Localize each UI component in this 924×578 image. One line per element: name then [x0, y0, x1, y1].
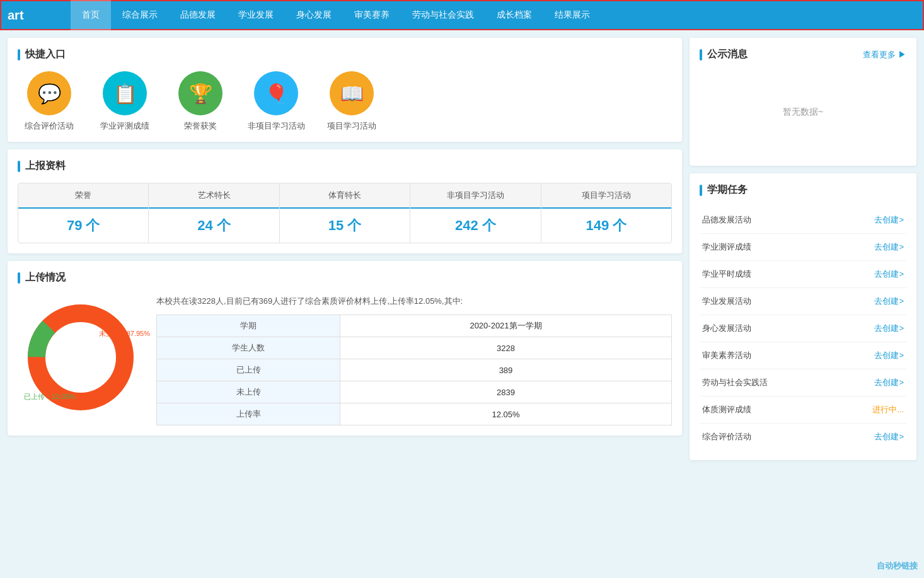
notice-more-link[interactable]: 查看更多 ▶: [863, 49, 906, 61]
report-cell: 非项目学习活动242 个: [410, 183, 541, 243]
icon-circle: 📋: [103, 71, 147, 115]
report-cell-value: 242 个: [410, 209, 540, 243]
report-cell: 荣誉79 个: [18, 183, 149, 243]
upload-table-label: 未上传: [157, 381, 340, 403]
quick-icon-label: 非项目学习活动: [248, 120, 305, 132]
upload-table-value: 389: [340, 359, 672, 381]
report-cell-value: 24 个: [149, 209, 279, 243]
nav-item-审美赛养[interactable]: 审美赛养: [343, 0, 401, 30]
notice-card: 公示消息 查看更多 ▶ 暂无数据~: [690, 38, 916, 166]
quick-icon-非项目学习活动[interactable]: 🎈非项目学习活动: [245, 71, 308, 132]
nav-item-综合展示[interactable]: 综合展示: [111, 0, 169, 30]
donut-chart: 已上传：12.05% 未上传：87.95%: [18, 294, 144, 420]
left-column: 快捷入口 💬综合评价活动📋学业评测成绩🏆荣誉获奖🎈非项目学习活动📖项目学习活动 …: [8, 38, 682, 460]
quick-icon-label: 学业评测成绩: [100, 120, 149, 132]
nav-item-首页[interactable]: 首页: [71, 0, 111, 30]
upload-table-row: 已上传389: [157, 359, 672, 381]
task-label: 体质测评成绩: [702, 404, 751, 415]
upload-table: 学期2020-2021第一学期学生人数3228已上传389未上传2839上传率1…: [156, 315, 672, 425]
quick-icons-list: 💬综合评价活动📋学业评测成绩🏆荣誉获奖🎈非项目学习活动📖项目学习活动: [18, 71, 672, 132]
report-cell: 项目学习活动149 个: [541, 183, 671, 243]
task-action[interactable]: 进行中...: [872, 404, 904, 415]
icon-circle: 💬: [27, 71, 71, 115]
task-item: 劳动与社会实践活去创建>: [700, 369, 906, 396]
task-item: 审美素养活动去创建>: [700, 342, 906, 369]
nav-item-品德发展[interactable]: 品德发展: [169, 0, 227, 30]
task-action[interactable]: 去创建>: [874, 431, 904, 442]
quick-icon-项目学习活动[interactable]: 📖项目学习活动: [320, 71, 383, 132]
report-cell-header: 项目学习活动: [541, 183, 671, 209]
upload-desc: 本校共在读3228人,目前已有369人进行了综合素质评价材料上传,上传率12.0…: [156, 294, 672, 308]
task-action[interactable]: 去创建>: [874, 241, 904, 253]
upload-table-value: 2839: [340, 381, 672, 403]
quick-icon-学业评测成绩[interactable]: 📋学业评测成绩: [93, 71, 156, 132]
task-label: 学业发展活动: [702, 296, 751, 307]
main-content: 快捷入口 💬综合评价活动📋学业评测成绩🏆荣誉获奖🎈非项目学习活动📖项目学习活动 …: [0, 30, 924, 468]
report-card: 上报资料 荣誉79 个艺术特长24 个体育特长15 个非项目学习活动242 个项…: [8, 149, 682, 253]
nav-item-学业发展[interactable]: 学业发展: [227, 0, 285, 30]
upload-title: 上传情况: [18, 271, 672, 284]
report-cell: 艺术特长24 个: [149, 183, 279, 243]
report-grid: 荣誉79 个艺术特长24 个体育特长15 个非项目学习活动242 个项目学习活动…: [18, 183, 672, 243]
task-label: 审美素养活动: [702, 350, 751, 361]
upload-table-label: 上传率: [157, 403, 340, 425]
quick-access-title: 快捷入口: [18, 48, 672, 61]
task-label: 劳动与社会实践活: [702, 377, 768, 388]
task-item: 综合评价活动去创建>: [700, 424, 906, 450]
task-action[interactable]: 去创建>: [874, 269, 904, 280]
report-title: 上报资料: [18, 159, 672, 173]
icon-circle: 🎈: [254, 71, 298, 115]
task-action[interactable]: 去创建>: [874, 323, 904, 334]
donut-not-uploaded-label: 未上传：87.95%: [99, 329, 150, 338]
upload-table-row: 未上传2839: [157, 381, 672, 403]
report-cell-header: 荣誉: [18, 183, 148, 209]
upload-card: 上传情况 已上传：12.05% 未上传：87.95% 本校共在读3228: [8, 261, 682, 436]
quick-icon-label: 综合评价活动: [25, 120, 74, 132]
icon-circle: 📖: [330, 71, 374, 115]
report-cell-header: 艺术特长: [149, 183, 279, 209]
upload-table-value: 12.05%: [340, 403, 672, 425]
nav-item-劳动与社会实践[interactable]: 劳动与社会实践: [401, 0, 485, 30]
task-item: 体质测评成绩进行中...: [700, 396, 906, 424]
upload-table-row: 学生人数3228: [157, 337, 672, 359]
nav-items: 首页综合展示品德发展学业发展身心发展审美赛养劳动与社会实践成长档案结果展示: [71, 0, 601, 30]
notice-empty: 暂无数据~: [700, 69, 906, 156]
nav-item-身心发展[interactable]: 身心发展: [285, 0, 343, 30]
quick-icon-label: 项目学习活动: [327, 120, 376, 132]
upload-table-label: 学期: [157, 315, 340, 337]
upload-right-content: 本校共在读3228人,目前已有369人进行了综合素质评价材料上传,上传率12.0…: [156, 294, 672, 425]
task-action[interactable]: 去创建>: [874, 214, 904, 226]
report-cell-value: 149 个: [541, 209, 671, 243]
notice-header: 公示消息 查看更多 ▶: [700, 48, 906, 61]
task-item: 学业平时成绩去创建>: [700, 261, 906, 288]
upload-table-label: 学生人数: [157, 337, 340, 359]
quick-icon-综合评价活动[interactable]: 💬综合评价活动: [18, 71, 81, 132]
task-label: 品德发展活动: [702, 214, 751, 226]
task-list: 品德发展活动去创建>学业测评成绩去创建>学业平时成绩去创建>学业发展活动去创建>…: [700, 207, 906, 450]
task-item: 学业发展活动去创建>: [700, 288, 906, 315]
svg-point-0: [37, 313, 125, 402]
navigation-bar: art 首页综合展示品德发展学业发展身心发展审美赛养劳动与社会实践成长档案结果展…: [0, 0, 924, 30]
report-cell-value: 15 个: [280, 209, 410, 243]
upload-section: 已上传：12.05% 未上传：87.95% 本校共在读3228人,目前已有369…: [18, 294, 672, 425]
task-label: 学业测评成绩: [702, 241, 751, 253]
report-cell-value: 79 个: [18, 209, 148, 243]
donut-uploaded-label: 已上传：12.05%: [24, 392, 75, 402]
report-cell-header: 体育特长: [280, 183, 410, 209]
task-action[interactable]: 去创建>: [874, 377, 904, 388]
task-label: 综合评价活动: [702, 431, 751, 442]
upload-table-row: 学期2020-2021第一学期: [157, 315, 672, 337]
task-action[interactable]: 去创建>: [874, 350, 904, 361]
upload-table-row: 上传率12.05%: [157, 403, 672, 425]
report-cell-header: 非项目学习活动: [410, 183, 540, 209]
upload-table-value: 3228: [340, 337, 672, 359]
nav-item-结果展示[interactable]: 结果展示: [543, 0, 601, 30]
task-item: 品德发展活动去创建>: [700, 207, 906, 234]
task-action[interactable]: 去创建>: [874, 296, 904, 307]
task-item: 身心发展活动去创建>: [700, 315, 906, 342]
report-cell: 体育特长15 个: [280, 183, 410, 243]
upload-table-label: 已上传: [157, 359, 340, 381]
nav-item-成长档案[interactable]: 成长档案: [485, 0, 543, 30]
quick-icon-荣誉获奖[interactable]: 🏆荣誉获奖: [169, 71, 232, 132]
semester-tasks-card: 学期任务 品德发展活动去创建>学业测评成绩去创建>学业平时成绩去创建>学业发展活…: [690, 173, 916, 460]
